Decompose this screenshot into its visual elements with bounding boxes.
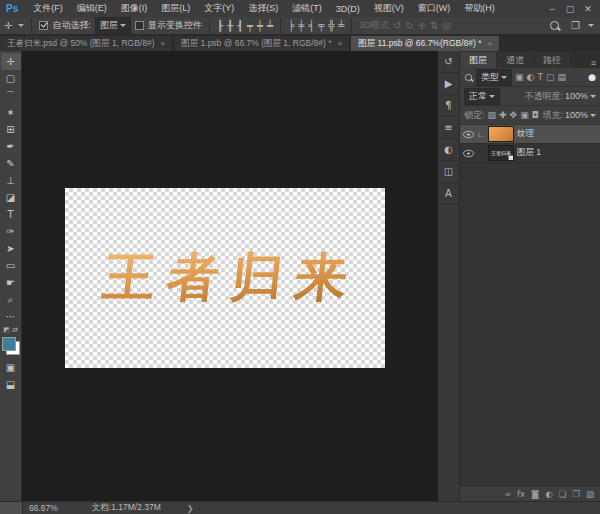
crop-tool-icon[interactable]: ⊞	[1, 121, 21, 138]
lasso-tool-icon[interactable]: ⌒	[1, 87, 21, 104]
layer-effects-icon[interactable]: fx	[517, 489, 525, 499]
document-tab-3-active[interactable]: 图层 11.psb @ 66.7%(RGB/8#) *×	[351, 36, 500, 51]
clone-stamp-tool-icon[interactable]: ⊥	[1, 172, 21, 189]
screen-mode-icon[interactable]: ⬓	[1, 376, 21, 393]
layer-row-texture[interactable]: ∟ 纹理	[460, 125, 600, 144]
paragraph-icon[interactable]: ¶	[438, 95, 460, 117]
filter-adjustment-layers-icon[interactable]: ◐	[527, 72, 535, 82]
blend-mode-dropdown[interactable]: 正常	[464, 88, 500, 105]
minimize-button[interactable]: –	[544, 4, 560, 14]
distribute-right-edges-icon[interactable]: ╧	[338, 21, 344, 31]
menu-file[interactable]: 文件(F)	[26, 2, 70, 15]
eraser-tool-icon[interactable]: ◪	[1, 189, 21, 206]
pen-tool-icon[interactable]: ✑	[1, 223, 21, 240]
document-tab-2[interactable]: 图层 1.psb @ 66.7% (图层 1, RGB/8#) *×	[174, 36, 350, 51]
show-transform-checkbox[interactable]	[135, 21, 144, 30]
document-canvas[interactable]: 王者归来	[65, 188, 385, 368]
actions-icon[interactable]: ▶	[438, 73, 460, 95]
status-chevron-icon[interactable]: ❯	[161, 504, 194, 513]
distribute-bottom-edges-icon[interactable]: ╡	[308, 21, 314, 31]
eyedropper-tool-icon[interactable]: ✒	[1, 138, 21, 155]
opacity-caret-icon[interactable]	[590, 95, 596, 98]
maximize-button[interactable]: ▢	[562, 4, 578, 14]
menu-image[interactable]: 图像(I)	[114, 2, 155, 15]
fill-caret-icon[interactable]	[590, 114, 596, 117]
lock-image-pixels-icon[interactable]: ✚	[499, 110, 507, 120]
swap-colors-icon[interactable]: ⇄	[12, 325, 18, 334]
filter-type-layers-icon[interactable]: T	[537, 72, 543, 82]
delete-layer-icon[interactable]: ▥	[586, 489, 594, 499]
distribute-vertical-centers-icon[interactable]: ╪	[298, 21, 304, 31]
auto-select-dropdown[interactable]: 图层	[95, 17, 131, 34]
character-styles-icon[interactable]: ≡	[438, 117, 460, 139]
close-tab-icon[interactable]: ×	[161, 39, 166, 48]
search-icon[interactable]	[550, 21, 559, 30]
close-button[interactable]: ✕	[580, 4, 596, 14]
layer-name[interactable]: 图层 1	[517, 147, 541, 159]
close-tab-icon[interactable]: ×	[338, 39, 343, 48]
menu-layer[interactable]: 图层(L)	[154, 2, 197, 15]
filter-smart-objects-icon[interactable]: ▤	[557, 72, 566, 82]
new-layer-icon[interactable]: ❐	[572, 489, 580, 499]
align-left-edges-icon[interactable]: ┠	[217, 21, 223, 31]
canvas-area[interactable]: 王者归来	[22, 51, 438, 501]
foreground-color-swatch[interactable]	[2, 337, 16, 351]
type-tool-icon[interactable]: T	[1, 206, 21, 223]
visibility-eye-icon[interactable]	[463, 149, 474, 156]
align-vertical-centers-icon[interactable]: ┿	[257, 21, 263, 31]
menu-view[interactable]: 视图(V)	[367, 2, 411, 15]
filter-toggle-icon[interactable]: ●	[588, 72, 596, 82]
filter-pixel-layers-icon[interactable]: ▣	[515, 72, 524, 82]
link-layers-icon[interactable]: ∞	[504, 489, 511, 499]
lock-artboard-icon[interactable]: ▣	[520, 110, 529, 120]
adjustment-layer-icon[interactable]: ◐	[545, 489, 552, 499]
workspace-icon[interactable]: ❐	[571, 21, 580, 31]
quick-mask-icon[interactable]: ▣	[1, 359, 21, 376]
brush-tool-icon[interactable]: ✎	[1, 155, 21, 172]
align-top-edges-icon[interactable]: ┯	[247, 21, 253, 31]
zoom-level[interactable]: 66.67%	[23, 503, 68, 513]
tab-channels[interactable]: 通道	[497, 52, 533, 68]
menu-3d[interactable]: 3D(D)	[329, 4, 367, 14]
menu-select[interactable]: 选择(S)	[241, 2, 285, 15]
lock-all-icon[interactable]: ◘	[532, 110, 539, 120]
document-tab-1[interactable]: 王者归来.psd @ 50% (图层 1, RGB/8#)×	[0, 36, 173, 51]
new-group-icon[interactable]: ❏	[559, 489, 567, 499]
zoom-tool-icon[interactable]: ⌕	[1, 291, 21, 308]
distribute-left-edges-icon[interactable]: ╤	[318, 21, 324, 31]
filter-shape-layers-icon[interactable]: ▢	[546, 72, 555, 82]
menu-help[interactable]: 帮助(H)	[457, 2, 502, 15]
marquee-tool-icon[interactable]: ▢	[1, 70, 21, 87]
opacity-value[interactable]: 100%	[565, 91, 588, 101]
menu-window[interactable]: 窗口(W)	[411, 2, 458, 15]
visibility-eye-icon[interactable]	[463, 130, 474, 137]
distribute-horizontal-centers-icon[interactable]: ╬	[328, 21, 334, 31]
panel-menu-icon[interactable]: ≡	[591, 58, 600, 68]
menu-filter[interactable]: 滤镜(T)	[285, 2, 329, 15]
rectangle-tool-icon[interactable]: ▭	[1, 257, 21, 274]
path-selection-tool-icon[interactable]: ➤	[1, 240, 21, 257]
menu-type[interactable]: 文字(Y)	[197, 2, 241, 15]
workspace-caret-icon[interactable]	[588, 24, 594, 27]
tool-preset-caret-icon[interactable]	[18, 24, 24, 27]
tab-layers[interactable]: 图层	[460, 52, 496, 68]
adjustments-icon[interactable]: ◐	[438, 139, 460, 161]
tab-paths[interactable]: 路径	[534, 52, 570, 68]
quick-selection-tool-icon[interactable]: ✶	[1, 104, 21, 121]
lock-transparent-pixels-icon[interactable]: ▨	[488, 110, 497, 120]
fill-value[interactable]: 100%	[565, 110, 588, 120]
move-tool-icon[interactable]: ✛	[1, 53, 21, 70]
layer-name[interactable]: 纹理	[517, 128, 534, 140]
layer-mask-icon[interactable]: ◙	[531, 489, 539, 499]
layer-thumbnail[interactable]: 王者归来	[488, 145, 514, 161]
hand-tool-icon[interactable]: ☛	[1, 274, 21, 291]
close-tab-icon[interactable]: ×	[488, 39, 493, 48]
default-colors-icon[interactable]: ◩	[3, 325, 10, 334]
align-horizontal-centers-icon[interactable]: ╂	[227, 21, 233, 31]
distribute-top-edges-icon[interactable]: ╞	[288, 21, 294, 31]
history-icon[interactable]: ↺	[438, 51, 460, 73]
libraries-icon[interactable]: ◫	[438, 161, 460, 183]
more-tools-icon[interactable]: ⋯	[1, 308, 21, 325]
align-right-edges-icon[interactable]: ┨	[237, 21, 243, 31]
align-bottom-edges-icon[interactable]: ┷	[267, 21, 273, 31]
